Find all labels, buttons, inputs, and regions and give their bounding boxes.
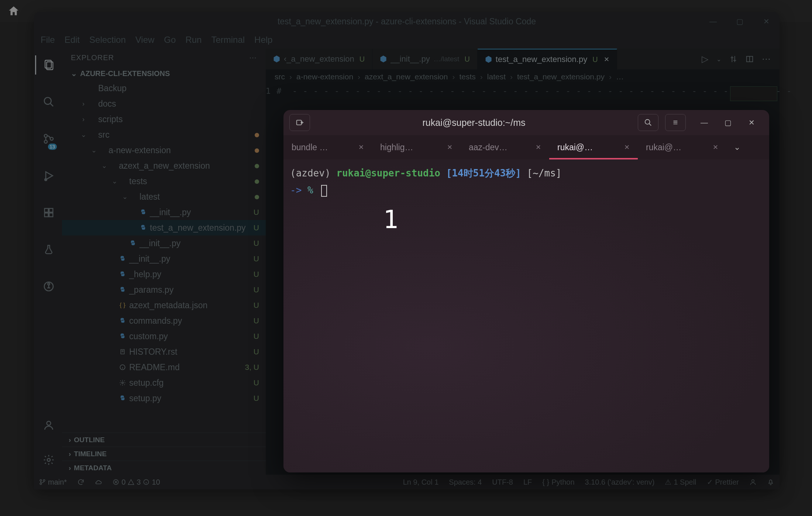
terminal-minimize-button[interactable]: — bbox=[692, 114, 716, 131]
terminal-tabs-dropdown-icon[interactable]: ⌄ bbox=[726, 135, 748, 159]
status-cloud-icon[interactable] bbox=[95, 478, 102, 486]
terminal-tab[interactable]: bundle …✕ bbox=[283, 135, 372, 159]
status-encoding[interactable]: UTF-8 bbox=[492, 478, 513, 486]
explorer-icon[interactable] bbox=[35, 55, 62, 75]
svg-rect-12 bbox=[49, 209, 53, 212]
editor-tab[interactable]: ⬢__init__.py…/latestU bbox=[372, 49, 478, 69]
sidebar-more-icon[interactable]: ⋯ bbox=[249, 53, 257, 62]
terminal-maximize-button[interactable]: ▢ bbox=[716, 114, 740, 131]
terminal-search-icon[interactable] bbox=[638, 114, 658, 131]
tree-item[interactable]: Backup bbox=[62, 80, 266, 96]
minimize-button[interactable]: — bbox=[700, 12, 726, 31]
tree-item[interactable]: _params.pyU bbox=[62, 282, 266, 297]
run-dropdown-icon[interactable]: ⌄ bbox=[716, 56, 721, 63]
graph-icon[interactable] bbox=[35, 277, 62, 296]
tree-item[interactable]: __init__.pyU bbox=[62, 204, 266, 220]
maximize-button[interactable]: ▢ bbox=[726, 12, 753, 31]
editor-tab[interactable]: ⬢test_a_new_extension.pyU✕ bbox=[478, 49, 617, 69]
status-spaces[interactable]: Spaces: 4 bbox=[449, 478, 482, 486]
status-interpreter[interactable]: 3.10.6 ('azdev': venv) bbox=[585, 478, 655, 486]
close-button[interactable]: ✕ bbox=[753, 12, 780, 31]
sidebar-section-timeline[interactable]: › TIMELINE bbox=[62, 447, 266, 461]
menubar: FileEditSelectionViewGoRunTerminalHelp bbox=[34, 31, 780, 49]
terminal-menu-icon[interactable]: ≡ bbox=[665, 114, 686, 131]
split-icon[interactable] bbox=[746, 55, 754, 63]
terminal-tab[interactable]: highlig…✕ bbox=[372, 135, 461, 159]
tree-item[interactable]: ⌄src bbox=[62, 127, 266, 142]
chevron-down-icon: ⌄ bbox=[71, 69, 77, 78]
menu-terminal[interactable]: Terminal bbox=[211, 35, 245, 45]
terminal-window: rukai@super-studio:~/ms ≡ — ▢ ✕ bundle …… bbox=[283, 110, 769, 472]
testing-icon[interactable] bbox=[35, 240, 62, 259]
tree-item[interactable]: ›scripts bbox=[62, 111, 266, 127]
svg-rect-11 bbox=[49, 213, 53, 217]
scm-icon[interactable]: 13 bbox=[35, 129, 62, 148]
tree-item[interactable]: setup.cfgU bbox=[62, 375, 266, 391]
minimap[interactable] bbox=[730, 86, 777, 101]
more-icon[interactable]: ⋯ bbox=[762, 54, 771, 64]
status-branch[interactable]: main* bbox=[39, 478, 67, 486]
status-spell[interactable]: ⚠ 1 Spell bbox=[665, 478, 696, 486]
settings-icon[interactable] bbox=[43, 450, 55, 469]
menu-go[interactable]: Go bbox=[164, 35, 176, 45]
tab-close-icon[interactable]: ✕ bbox=[536, 143, 541, 151]
tree-item[interactable]: ⌄tests bbox=[62, 173, 266, 189]
status-eol[interactable]: LF bbox=[523, 478, 532, 486]
status-sync-icon[interactable] bbox=[77, 478, 85, 486]
tree-item[interactable]: _help.pyU bbox=[62, 266, 266, 282]
run-icon[interactable] bbox=[35, 166, 62, 185]
titlebar: test_a_new_extension.py - azure-cli-exte… bbox=[34, 12, 780, 31]
extensions-icon[interactable] bbox=[35, 203, 62, 222]
status-problems[interactable]: 0 3 10 bbox=[113, 478, 160, 486]
status-bell-icon[interactable] bbox=[767, 478, 774, 486]
terminal-tab[interactable]: aaz-dev…✕ bbox=[461, 135, 549, 159]
search-icon[interactable] bbox=[35, 92, 62, 111]
terminal-close-button[interactable]: ✕ bbox=[740, 114, 763, 131]
tree-item[interactable]: HISTORY.rstU bbox=[62, 344, 266, 360]
menu-edit[interactable]: Edit bbox=[65, 35, 80, 45]
tree-item[interactable]: test_a_new_extension.pyU bbox=[62, 220, 266, 235]
tree-item[interactable]: ⌄azext_a_new_extension bbox=[62, 158, 266, 173]
status-feedback-icon[interactable] bbox=[749, 478, 757, 486]
terminal-tab[interactable]: rukai@…✕ bbox=[549, 135, 638, 159]
tree-item[interactable]: __init__.pyU bbox=[62, 251, 266, 266]
tab-close-icon[interactable]: ✕ bbox=[624, 143, 630, 151]
status-prettier[interactable]: ✓ Prettier bbox=[707, 478, 739, 486]
file-tree: Backup›docs›scripts⌄src⌄a-new-extension⌄… bbox=[62, 80, 266, 433]
tree-item[interactable]: { }azext_metadata.jsonU bbox=[62, 297, 266, 313]
tree-item[interactable]: __init__.pyU bbox=[62, 235, 266, 251]
tree-item[interactable]: ⌄a-new-extension bbox=[62, 142, 266, 158]
diff-icon[interactable] bbox=[729, 55, 737, 63]
menu-selection[interactable]: Selection bbox=[89, 35, 126, 45]
menu-help[interactable]: Help bbox=[254, 35, 272, 45]
tree-item[interactable]: custom.pyU bbox=[62, 328, 266, 344]
tab-close-icon[interactable]: ✕ bbox=[713, 143, 718, 151]
run-file-icon[interactable]: ▷ bbox=[702, 54, 708, 64]
terminal-tab[interactable]: rukai@…✕ bbox=[638, 135, 726, 159]
menu-file[interactable]: File bbox=[41, 35, 55, 45]
menu-view[interactable]: View bbox=[135, 35, 155, 45]
breadcrumb[interactable]: src›a-new-extension›azext_a_new_extensio… bbox=[266, 69, 780, 84]
editor-tab[interactable]: ⬢‹_a_new_extensionU bbox=[266, 49, 372, 69]
tab-close-icon[interactable]: ✕ bbox=[358, 143, 364, 151]
home-icon[interactable] bbox=[7, 5, 20, 17]
status-position[interactable]: Ln 9, Col 1 bbox=[403, 478, 439, 486]
terminal-body[interactable]: (azdev) rukai@super-studio [14时51分43秒] [… bbox=[283, 159, 769, 472]
tab-close-icon[interactable]: ✕ bbox=[447, 143, 453, 151]
sidebar-root[interactable]: ⌄ AZURE-CLI-EXTENSIONS bbox=[62, 66, 266, 80]
sidebar-section-metadata[interactable]: › METADATA bbox=[62, 461, 266, 475]
status-lang[interactable]: { } Python bbox=[542, 478, 574, 486]
tab-close-icon[interactable]: ✕ bbox=[604, 55, 609, 63]
svg-point-39 bbox=[645, 120, 650, 124]
new-tab-button[interactable] bbox=[289, 114, 310, 131]
svg-line-3 bbox=[50, 103, 53, 106]
menu-run[interactable]: Run bbox=[185, 35, 202, 45]
tree-item[interactable]: ⌄latest bbox=[62, 189, 266, 204]
tree-item[interactable]: README.md3, U bbox=[62, 360, 266, 375]
tree-item[interactable]: setup.pyU bbox=[62, 391, 266, 406]
sidebar-section-outline[interactable]: › OUTLINE bbox=[62, 433, 266, 447]
tree-item[interactable]: commands.pyU bbox=[62, 313, 266, 328]
svg-rect-36 bbox=[297, 120, 302, 125]
account-icon[interactable] bbox=[43, 416, 55, 435]
tree-item[interactable]: ›docs bbox=[62, 96, 266, 111]
